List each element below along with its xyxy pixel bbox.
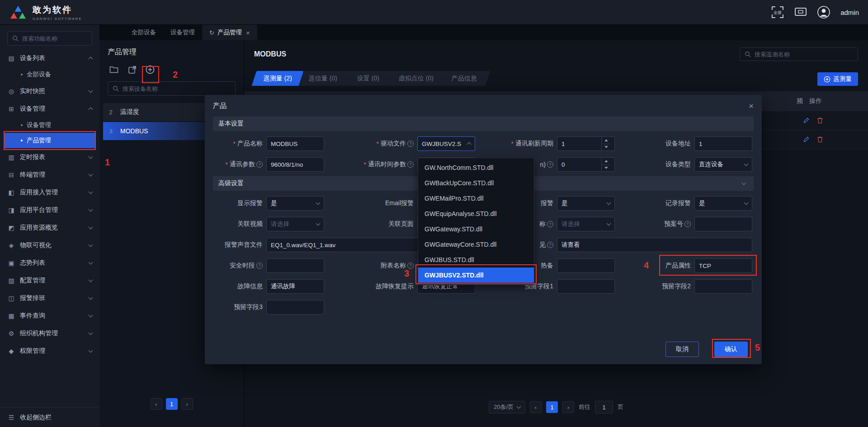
sidebar-item-permission-mgmt[interactable]: ◆权限管理 xyxy=(0,342,99,360)
main-tab-1[interactable]: 遥测量 (2) xyxy=(252,71,304,86)
sidebar-search[interactable] xyxy=(7,31,92,46)
help-icon[interactable]: ? xyxy=(256,263,263,269)
field-product-name[interactable]: MODBUS xyxy=(266,136,324,151)
nav-tab-3[interactable]: ↻产品管理× xyxy=(202,25,257,40)
device-search-input[interactable] xyxy=(123,85,231,92)
stepper-up-icon[interactable] xyxy=(602,137,610,144)
dropdown-option[interactable]: GWGatewayCore.STD.dll xyxy=(418,237,534,252)
telemetry-search[interactable] xyxy=(740,47,858,61)
sidebar-item-config-mgmt[interactable]: ▧配置管理 xyxy=(0,272,99,289)
main-tab-2[interactable]: 遥信量 (0) xyxy=(297,71,349,86)
field-linked-video[interactable]: 请选择 xyxy=(266,217,324,231)
next-page-button[interactable]: › xyxy=(562,401,574,413)
dropdown-option[interactable]: GWGateway.STD.dll xyxy=(418,221,534,237)
delete-icon[interactable] xyxy=(817,117,823,124)
field-fault-info[interactable]: 通讯故障 xyxy=(266,279,324,294)
field-device-type[interactable]: 直连设备 xyxy=(694,157,752,172)
help-icon[interactable]: ? xyxy=(684,221,691,227)
sidebar-subitem-device-mgmt-sub[interactable]: 设备管理 xyxy=(0,117,99,133)
help-icon[interactable]: ? xyxy=(407,141,414,147)
sidebar-subitem-product-mgmt[interactable]: 产品管理 xyxy=(4,133,96,148)
edit-icon[interactable] xyxy=(803,136,810,143)
cancel-button[interactable]: 取消 xyxy=(665,342,699,357)
sidebar-item-app-resource-overview[interactable]: ◩应用资源概览 xyxy=(0,219,99,236)
dropdown-option[interactable]: GWBackUpCore.STD.dll xyxy=(418,175,534,191)
sidebar-item-realtime-snapshot[interactable]: ◎实时快照 xyxy=(0,82,99,100)
field-plan-name[interactable]: 请选择 xyxy=(557,217,615,231)
prev-page-button[interactable]: ‹ xyxy=(530,401,542,413)
dropdown-option[interactable]: GWJBUS.STD.dll xyxy=(418,252,534,267)
sidebar-item-event-query[interactable]: ▦事件查询 xyxy=(0,307,99,324)
username[interactable]: admin xyxy=(840,9,859,16)
field-show-alarm[interactable]: 是 xyxy=(266,196,324,211)
sidebar-collapse-button[interactable]: ☰ 收起侧边栏 xyxy=(0,407,99,427)
sidebar-search-input[interactable] xyxy=(22,35,87,42)
field-reserved-2[interactable] xyxy=(694,279,752,294)
field-reserved-1[interactable] xyxy=(557,279,615,294)
delete-icon[interactable] xyxy=(817,136,823,143)
device-search[interactable] xyxy=(108,81,236,96)
field-timeout-n[interactable]: 0 xyxy=(557,157,615,172)
page-number-button[interactable]: 1 xyxy=(546,401,558,413)
refresh-icon[interactable]: ↻ xyxy=(209,29,214,36)
stepper-up-icon[interactable] xyxy=(602,158,610,165)
confirm-button[interactable]: 确认 xyxy=(714,342,748,357)
next-page-button[interactable]: › xyxy=(181,398,193,410)
sidebar-item-situation-list[interactable]: ▣态势列表 xyxy=(0,254,99,272)
sidebar-item-device-mgmt[interactable]: ⊞设备管理 xyxy=(0,100,99,117)
sidebar-item-device-list[interactable]: ▤设备列表 xyxy=(0,49,99,67)
sidebar-item-timed-report[interactable]: ▥定时报表 xyxy=(0,148,99,166)
goto-page-input[interactable] xyxy=(595,401,613,413)
dropdown-option[interactable]: GWEquipAnalyse.STD.dll xyxy=(418,206,534,221)
fullscreen-icon[interactable]: 全屏 xyxy=(771,5,784,19)
field-hot-standby[interactable] xyxy=(557,258,615,273)
sidebar-item-terminal-mgmt[interactable]: ⊟终端管理 xyxy=(0,166,99,183)
close-icon[interactable]: × xyxy=(749,102,754,110)
telemetry-search-input[interactable] xyxy=(755,51,853,58)
prev-page-button[interactable]: ‹ xyxy=(151,398,162,410)
main-tab-3[interactable]: 设置 (0) xyxy=(342,71,394,86)
main-tab-5[interactable]: 产品信息 xyxy=(439,71,491,86)
export-icon[interactable] xyxy=(126,63,138,76)
nav-tab-1[interactable]: 全部设备 xyxy=(124,25,163,40)
field-product-attr[interactable]: TCP xyxy=(694,258,752,273)
sidebar-subitem-all-devices[interactable]: 全部设备 xyxy=(0,67,99,82)
sidebar-item-org-mgmt[interactable]: ⚙组织机构管理 xyxy=(0,324,99,342)
field-comm-params[interactable]: 9600/8/1/no xyxy=(266,157,324,172)
main-tab-4[interactable]: 虚拟点位 (0) xyxy=(387,71,445,86)
dropdown-option[interactable]: GW.NorthComm.STD.dll xyxy=(418,160,534,175)
edit-icon[interactable] xyxy=(803,117,810,124)
field-alarm-opt[interactable]: 是 xyxy=(557,196,615,211)
field-view-hint[interactable]: 请查看 xyxy=(557,238,752,252)
help-icon[interactable]: ? xyxy=(407,263,414,269)
avatar[interactable] xyxy=(817,5,830,19)
help-icon[interactable]: ? xyxy=(547,221,553,227)
screen-cast-icon[interactable] xyxy=(794,6,807,18)
dropdown-option[interactable]: GWJBUSV2.STD.dll xyxy=(418,267,534,283)
sidebar-item-iot-visualization[interactable]: ◈物联可视化 xyxy=(0,236,99,254)
field-device-address[interactable]: 1 xyxy=(694,136,752,151)
help-icon[interactable]: ? xyxy=(256,161,263,168)
field-plan-no[interactable] xyxy=(694,217,752,231)
field-record-alarm[interactable]: 是 xyxy=(694,196,752,211)
stepper-down-icon[interactable] xyxy=(602,144,610,151)
sidebar-item-app-platform-mgmt[interactable]: ◨应用平台管理 xyxy=(0,201,99,219)
close-icon[interactable]: × xyxy=(246,29,250,37)
nav-tab-2[interactable]: 设备管理 xyxy=(163,25,202,40)
sidebar-item-alarm-schedule[interactable]: ◫报警排班 xyxy=(0,289,99,307)
add-product-icon[interactable] xyxy=(144,63,156,76)
field-refresh-period[interactable]: 1 xyxy=(557,136,615,151)
field-driver-file[interactable]: GWJBUSV2.S xyxy=(417,136,475,151)
help-icon[interactable]: ? xyxy=(547,161,553,168)
dropdown-option[interactable]: GWEMailPro.STD.dll xyxy=(418,191,534,206)
stepper-down-icon[interactable] xyxy=(602,165,610,172)
help-icon[interactable]: ? xyxy=(547,242,553,248)
page-number-button[interactable]: 1 xyxy=(166,398,178,410)
page-size-select[interactable]: 20条/页 xyxy=(489,401,525,413)
folder-icon[interactable] xyxy=(108,63,120,76)
help-icon[interactable]: ? xyxy=(407,161,414,168)
sidebar-item-app-access-mgmt[interactable]: ◧应用接入管理 xyxy=(0,183,99,201)
field-safe-period[interactable] xyxy=(266,258,324,273)
field-reserved-3[interactable] xyxy=(266,300,324,314)
add-telemetry-button[interactable]: 遥测量 xyxy=(817,72,859,86)
